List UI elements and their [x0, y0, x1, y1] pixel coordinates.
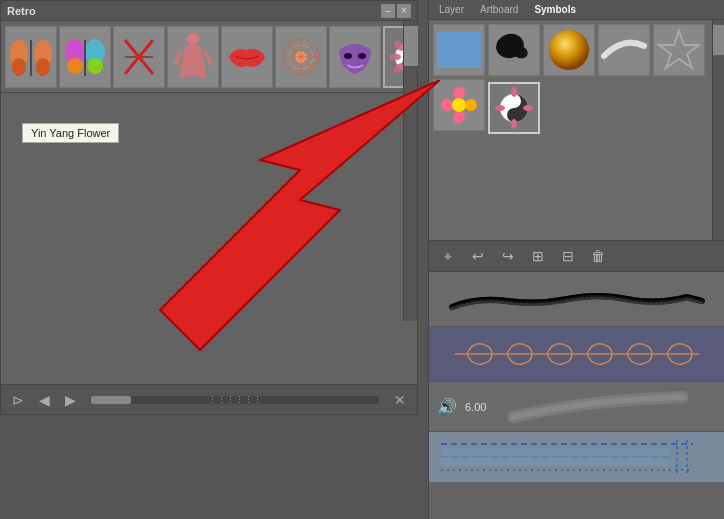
svg-point-52 [511, 119, 517, 129]
volume-icon: 🔊 [437, 397, 457, 416]
scroll-dots: ⋮⋮⋮⋮⋮⋮ [208, 395, 262, 405]
right-symbols-scrollbar[interactable] [712, 20, 724, 240]
right-top-bar: Layer Artboard Symbols [429, 0, 724, 20]
symbol-swords[interactable] [113, 26, 165, 88]
svg-point-50 [511, 112, 517, 118]
right-sym-yin-yang-selected[interactable] [488, 82, 540, 134]
svg-point-46 [441, 99, 453, 111]
close-button[interactable]: × [397, 4, 411, 18]
mid-icon-undo[interactable]: ↩ [467, 245, 489, 267]
svg-rect-38 [437, 32, 481, 68]
mid-icon-redo[interactable]: ↪ [497, 245, 519, 267]
svg-marker-42 [659, 31, 699, 68]
right-sym-flower[interactable] [433, 79, 485, 131]
symbols-row [1, 21, 417, 93]
brush-preview-ink [437, 277, 716, 321]
right-scroll-thumb[interactable] [713, 25, 724, 55]
svg-point-44 [465, 99, 477, 111]
symbol-mask[interactable] [329, 26, 381, 88]
scrollbar-thumb[interactable] [404, 26, 418, 66]
tab-symbols[interactable]: Symbols [528, 4, 582, 15]
left-panel-title: Retro [7, 5, 36, 17]
minimize-button[interactable]: – [381, 4, 395, 18]
symbol-butterfly[interactable] [5, 26, 57, 88]
left-panel-bottom: ⊳ ◀ ▶ ⋮⋮⋮⋮⋮⋮ ✕ [1, 384, 417, 414]
mid-icon-place[interactable]: ⌖ [437, 245, 459, 267]
bottom-settings-icon[interactable]: ⊳ [9, 391, 27, 409]
right-sym-brush-stroke[interactable] [598, 24, 650, 76]
tab-layer[interactable]: Layer [433, 4, 470, 15]
brush-row-ink[interactable] [429, 272, 724, 327]
brush-panel: 🔊 6.00 [429, 272, 724, 482]
svg-point-24 [344, 53, 352, 59]
volume-value: 6.00 [465, 401, 500, 413]
svg-point-53 [495, 105, 505, 111]
symbol-mandala[interactable] [275, 26, 327, 88]
symbol-dress[interactable] [167, 26, 219, 88]
svg-point-47 [452, 98, 466, 112]
svg-line-16 [205, 51, 211, 65]
dashed-row[interactable] [429, 432, 724, 482]
right-sym-gold-sphere[interactable] [543, 24, 595, 76]
right-mid-bar: ⌖ ↩ ↪ ⊞ ⊟ 🗑 [429, 240, 724, 272]
mid-icon-grid[interactable]: ⊞ [527, 245, 549, 267]
mid-icon-minus[interactable]: ⊟ [557, 245, 579, 267]
right-sym-star[interactable] [653, 24, 705, 76]
prev-button[interactable]: ◀ [35, 391, 53, 409]
symbol-lips[interactable] [221, 26, 273, 88]
svg-point-41 [549, 30, 589, 70]
title-close-buttons: – × [381, 4, 411, 18]
right-sym-ink-blob[interactable] [488, 24, 540, 76]
svg-point-51 [511, 87, 517, 97]
svg-point-45 [453, 111, 465, 123]
left-panel-scrollbar[interactable] [403, 21, 417, 321]
volume-row[interactable]: 🔊 6.00 [429, 382, 724, 432]
left-panel-titlebar: Retro – × [1, 1, 417, 21]
svg-point-31 [389, 53, 401, 60]
svg-point-14 [187, 33, 199, 45]
svg-point-43 [453, 87, 465, 99]
svg-point-2 [12, 58, 26, 76]
symbol-colorful[interactable] [59, 26, 111, 88]
next-button[interactable]: ▶ [61, 391, 79, 409]
left-panel: Retro – × [0, 0, 418, 415]
tooltip: Yin Yang Flower [22, 123, 119, 143]
svg-point-7 [67, 58, 83, 74]
svg-point-25 [358, 53, 366, 59]
bottom-scroll-thumb [91, 396, 131, 404]
right-panel: Layer Artboard Symbols [428, 0, 724, 519]
right-sym-blue-rect[interactable] [433, 24, 485, 76]
svg-point-8 [87, 58, 103, 74]
bottom-scroll-track[interactable]: ⋮⋮⋮⋮⋮⋮ [91, 396, 379, 404]
mid-icon-trash[interactable]: 🗑 [587, 245, 609, 267]
svg-line-15 [175, 51, 181, 65]
brush-preview-rope [437, 332, 716, 376]
bottom-close-icon[interactable]: ✕ [391, 391, 409, 409]
volume-preview [508, 389, 716, 424]
svg-point-3 [36, 58, 50, 76]
svg-point-54 [523, 105, 533, 111]
svg-point-49 [511, 98, 517, 104]
tooltip-text: Yin Yang Flower [31, 127, 110, 139]
brush-row-rope[interactable] [429, 327, 724, 382]
right-symbols-area [429, 20, 724, 240]
tab-artboard[interactable]: Artboard [474, 4, 524, 15]
